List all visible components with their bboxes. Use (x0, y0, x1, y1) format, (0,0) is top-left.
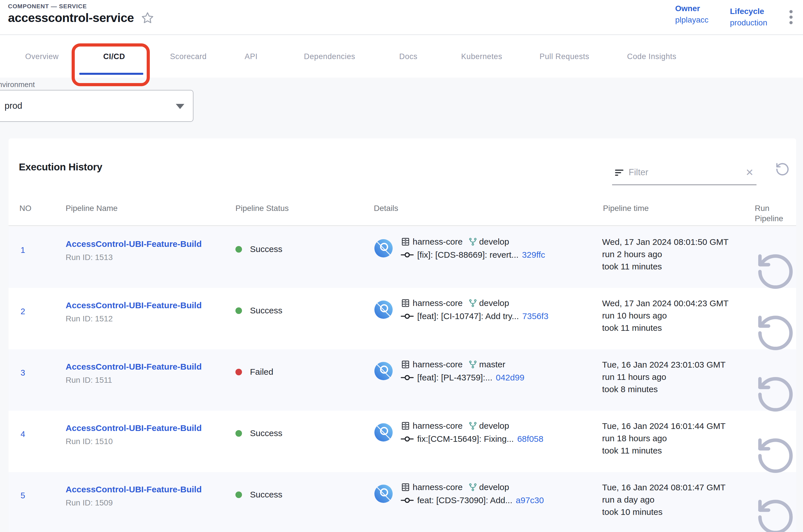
pipeline-time-cell: Tue, 16 Jan 2024 16:01:44 GMT run 18 hou… (602, 411, 755, 474)
git-commit-icon (401, 251, 414, 258)
active-tab-underline (79, 73, 143, 75)
commit-line: [feat]: [CI-10747]: Add try... 7356f3 (401, 311, 549, 321)
tab-kubernetes[interactable]: Kubernetes (461, 52, 502, 61)
status-text: Success (250, 244, 282, 254)
pipeline-badge-icon (375, 484, 393, 503)
run-pipeline-cell (755, 349, 796, 413)
tab-docs[interactable]: Docs (399, 52, 418, 61)
col-pipeline-status: Pipeline Status (235, 194, 374, 226)
run-pipeline-cell (755, 227, 796, 290)
row-number: 3 (8, 349, 65, 413)
col-run-pipeline: Run Pipeline (755, 194, 796, 226)
entity-kind-label: COMPONENT — SERVICE (8, 3, 87, 10)
pipeline-status-cell: Failed (235, 349, 374, 413)
commit-hash-link[interactable]: 68f058 (517, 434, 543, 444)
filter-input[interactable] (629, 167, 744, 177)
repo-name: harness-core (413, 237, 463, 247)
pipeline-name-link[interactable]: AccessControl-UBI-Feature-Build (65, 239, 202, 249)
tab-overview[interactable]: Overview (25, 52, 58, 61)
run-id: Run ID: 1513 (65, 253, 235, 262)
tab-code-insights[interactable]: Code Insights (627, 52, 676, 61)
run-pipeline-cell (755, 288, 796, 351)
commit-hash-link[interactable]: 042d99 (496, 373, 524, 382)
repo-name: harness-core (413, 421, 463, 431)
clear-filter-icon[interactable]: ✕ (744, 167, 757, 178)
col-pipeline-name: Pipeline Name (65, 194, 235, 226)
favorite-star-icon[interactable] (141, 11, 154, 25)
repo-branch-line: harness-core develop (401, 421, 543, 431)
environment-value: prod (4, 101, 22, 111)
details-cell: harness-core develop (374, 411, 602, 474)
time-gmt: Tue, 16 Jan 2024 16:01:44 GMT (602, 420, 755, 432)
table-row: 2 AccessControl-UBI-Feature-Build Run ID… (8, 288, 796, 349)
run-pipeline-cell (755, 411, 796, 474)
commit-line: [feat]: [PL-43759]:... 042d99 (401, 373, 524, 382)
time-gmt: Wed, 17 Jan 2024 08:01:50 GMT (602, 236, 755, 248)
time-ago: run 11 hours ago (602, 371, 755, 383)
repository-icon (401, 360, 410, 369)
status-text: Success (250, 490, 282, 499)
pipeline-name-link[interactable]: AccessControl-UBI-Feature-Build (65, 423, 202, 433)
git-branch-icon (468, 360, 477, 369)
filter-icon (614, 167, 625, 178)
branch-name: develop (479, 421, 509, 431)
owner-link[interactable]: plplayacc (675, 14, 709, 26)
time-ago: run 2 hours ago (602, 248, 755, 260)
environment-label: Environment (0, 80, 35, 89)
pipeline-name-link[interactable]: AccessControl-UBI-Feature-Build (65, 484, 202, 494)
pipeline-time-cell: Wed, 17 Jan 2024 00:04:23 GMT run 10 hou… (602, 288, 755, 351)
more-options-icon[interactable] (788, 9, 794, 25)
status-dot (235, 369, 242, 375)
time-took: took 11 minutes (602, 260, 755, 272)
col-pipeline-time: Pipeline time (602, 194, 755, 226)
table-row: 4 AccessControl-UBI-Feature-Build Run ID… (8, 411, 796, 472)
commit-hash-link[interactable]: 329ffc (522, 250, 545, 260)
lifecycle-link[interactable]: production (730, 17, 767, 28)
chevron-down-icon (176, 104, 184, 109)
page-header: COMPONENT — SERVICE accesscontrol-servic… (0, 0, 803, 35)
row-number: 1 (8, 227, 65, 290)
pipeline-badge-icon (375, 423, 393, 441)
pipeline-name-link[interactable]: AccessControl-UBI-Feature-Build (65, 362, 202, 372)
refresh-list-icon[interactable] (775, 162, 790, 177)
pipeline-badge-icon (375, 239, 393, 258)
details-lines: harness-core develop (401, 421, 543, 444)
lifecycle-label: Lifecycle (730, 6, 767, 17)
branch-name: develop (479, 237, 509, 247)
details-cell: harness-core develop (374, 227, 602, 290)
pipeline-name-cell: AccessControl-UBI-Feature-Build Run ID: … (65, 288, 235, 351)
environment-select[interactable]: prod (0, 90, 193, 122)
commit-hash-link[interactable]: a97c30 (516, 495, 544, 505)
row-number: 4 (8, 411, 65, 474)
git-branch-icon (468, 482, 477, 492)
run-pipeline-cell (755, 472, 796, 532)
pipeline-time-cell: Tue, 16 Jan 2024 08:01:47 GMT run a day … (602, 472, 755, 532)
repo-branch-line: harness-core develop (401, 298, 549, 308)
repo-branch-line: harness-core develop (401, 482, 544, 492)
repository-icon (401, 237, 410, 247)
git-commit-icon (401, 374, 414, 381)
page-title: accesscontrol-service (8, 11, 134, 25)
details-cell: harness-core master [ (374, 349, 602, 413)
tab-api[interactable]: API (245, 52, 257, 61)
tab-pull-requests[interactable]: Pull Requests (540, 52, 589, 61)
tab-scorecard[interactable]: Scorecard (170, 52, 207, 61)
rerun-pipeline-icon[interactable] (755, 494, 796, 532)
details-lines: harness-core develop (401, 482, 544, 505)
pipeline-badge-icon (375, 362, 393, 380)
time-took: took 11 minutes (602, 322, 755, 334)
commit-hash-link[interactable]: 7356f3 (522, 311, 549, 321)
status-text: Failed (250, 367, 273, 377)
repo-branch-line: harness-core develop (401, 237, 545, 247)
repo-name: harness-core (413, 298, 463, 308)
tab-dependencies[interactable]: Dependencies (304, 52, 355, 61)
time-ago: run 10 hours ago (602, 309, 755, 322)
row-number: 2 (8, 288, 65, 351)
table-row: 5 AccessControl-UBI-Feature-Build Run ID… (8, 472, 796, 532)
branch-name: develop (479, 298, 509, 308)
tab-ci-cd[interactable]: CI/CD (103, 52, 125, 61)
pipeline-name-link[interactable]: AccessControl-UBI-Feature-Build (65, 301, 202, 310)
details-lines: harness-core develop (401, 237, 545, 260)
col-no: NO (8, 194, 65, 226)
component-service-page: COMPONENT — SERVICE accesscontrol-servic… (0, 0, 803, 532)
